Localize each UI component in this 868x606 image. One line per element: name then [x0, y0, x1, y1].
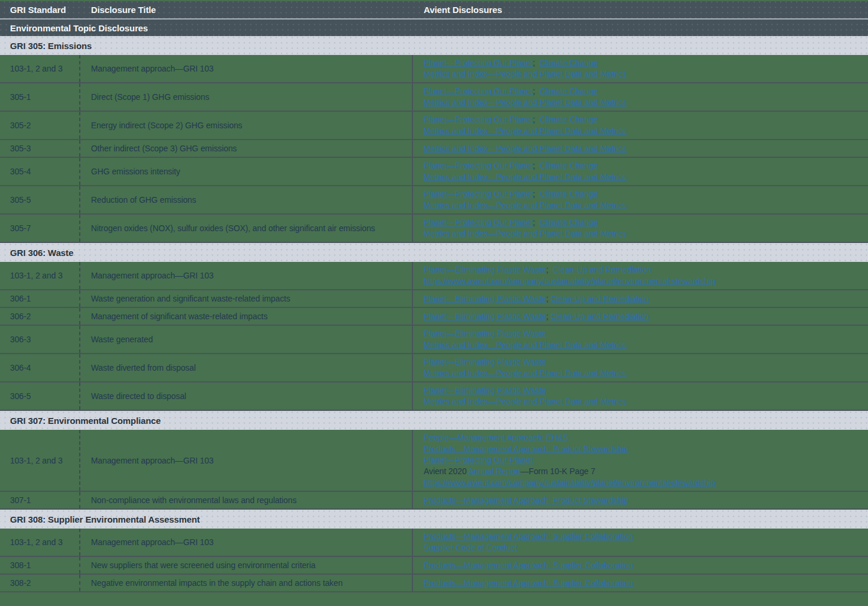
disclosure-link[interactable]: Planet—Protecting Our Planet	[424, 161, 533, 170]
disclosure-link[interactable]: Metrics and Index—People and Planet Data…	[424, 200, 626, 210]
disclosure-title-cell: Nitrogen oxides (NOX), sulfur oxides (SO…	[79, 215, 412, 242]
disclosure-link[interactable]: Climate Change	[539, 58, 598, 67]
disclosure-link[interactable]: Climate Change	[539, 189, 598, 199]
disclosure-line: Planet—Protecting Our Planet; Climate Ch…	[424, 160, 598, 171]
avient-disclosures-cell: Products—Management Approach: Supplier C…	[412, 575, 868, 591]
disclosure-link[interactable]: Climate Change	[539, 161, 598, 170]
disclosure-line: Planet—Protecting Our Planet; Climate Ch…	[424, 86, 598, 97]
disclosure-link[interactable]: Metrics and Index—People and Planet Data…	[424, 340, 626, 349]
disclosure-title-cell: Energy indirect (Scope 2) GHG emissions	[79, 112, 412, 139]
disclosure-link[interactable]: Products—Management Approach: Supplier C…	[424, 578, 633, 588]
link-separator-text: Avient 2020	[424, 466, 469, 476]
disclosure-link[interactable]: Metrics and Index—People and Planet Data…	[424, 172, 626, 182]
disclosure-line: Planet—Protecting Our Planet; Climate Ch…	[424, 57, 598, 69]
subsection-header: GRI 305: Emissions	[0, 36, 868, 55]
disclosure-title-cell: Waste diverted from disposal	[79, 354, 412, 381]
disclosure-line: Metrics and Index—People and Planet Data…	[424, 125, 626, 137]
disclosure-link[interactable]: Clean-Up and Remediation	[553, 265, 651, 274]
table-row: 305-1Direct (Scope 1) GHG emissionsPlane…	[0, 83, 868, 112]
gri-standard-cell: 103-1, 2 and 3	[0, 262, 79, 289]
disclosure-link[interactable]: Climate Change	[539, 115, 598, 124]
disclosure-link[interactable]: Planet—Eliminating Plastic Waste	[424, 312, 546, 321]
disclosure-link[interactable]: https://www.avient.com/company/sustainab…	[424, 276, 715, 286]
link-separator-text: ;	[546, 265, 552, 274]
table-row: 103-1, 2 and 3Management approach—GRI 10…	[0, 55, 868, 83]
disclosure-link[interactable]: Clean-Up and Remediation	[551, 312, 649, 321]
disclosure-link[interactable]: Planet—Eliminating Plastic Waste	[424, 294, 546, 303]
disclosure-link[interactable]: Planet—Protecting Our Planet	[424, 86, 533, 96]
disclosure-link[interactable]: Metrics and Index—People and Planet Data…	[424, 229, 626, 238]
disclosure-line: Avient 2020 Annual Report—Form 10-K Page…	[424, 466, 596, 477]
disclosure-link[interactable]: Planet—Eliminating Plastic Waste	[424, 265, 546, 274]
disclosure-link[interactable]: Metrics and Index—People and Planet Data…	[424, 144, 626, 153]
table-row: 305-5Reduction of GHG emissionsPlanet—Pr…	[0, 186, 868, 215]
disclosure-link[interactable]: Products—Management Approach: Product St…	[424, 495, 628, 505]
avient-disclosures-cell: Planet—Protecting Our Planet; Climate Ch…	[412, 186, 868, 213]
table-row: 305-4GHG emissions intensityPlanet—Prote…	[0, 158, 868, 186]
disclosure-link[interactable]: Metrics and Index—People and Planet Data…	[424, 368, 626, 378]
link-separator-text: ;	[533, 189, 539, 199]
disclosure-line: https://www.avient.com/company/sustainab…	[424, 477, 715, 488]
table-row: 103-1, 2 and 3Management approach—GRI 10…	[0, 430, 868, 492]
disclosure-link[interactable]: Planet—Eliminating Plastic Waste	[424, 357, 546, 367]
gri-standard-cell: 305-5	[0, 186, 79, 213]
disclosure-line: People—Management Approach: EH&S	[424, 432, 568, 443]
avient-disclosures-cell: Planet—Eliminating Plastic Waste; Clean-…	[412, 262, 868, 289]
disclosure-line: Planet—Eliminating Plastic Waste	[424, 385, 546, 396]
disclosure-link[interactable]: Planet—Eliminating Plastic Waste	[424, 329, 546, 338]
avient-disclosures-cell: People—Management Approach: EH&SProducts…	[412, 430, 868, 491]
avient-disclosures-cell: Products—Management Approach: Product St…	[412, 492, 868, 508]
link-separator-text: ;	[533, 115, 539, 124]
disclosure-link[interactable]: Products—Management Approach: Product St…	[424, 444, 628, 453]
disclosure-link[interactable]: Climate Change	[539, 86, 598, 96]
subsection-header: GRI 306: Waste	[0, 243, 868, 262]
disclosure-link[interactable]: Planet—Protecting Our Planet	[424, 115, 533, 124]
disclosure-link[interactable]: Planet—Protecting Our Planet	[424, 189, 533, 199]
disclosure-link[interactable]: Metrics and Index—People and Planet Data…	[424, 98, 626, 107]
disclosure-link[interactable]: Planet—Protecting Our Planet	[424, 455, 533, 465]
disclosure-link[interactable]: Metrics and Index—People and Planet Data…	[424, 126, 626, 135]
subsection-header: GRI 308: Supplier Environmental Assessme…	[0, 510, 868, 529]
disclosure-link[interactable]: Planet—Protecting Our Planet	[424, 58, 533, 67]
link-separator-text: ;	[533, 161, 539, 170]
disclosure-title-cell: Management of significant waste-related …	[79, 308, 412, 325]
disclosure-link[interactable]: Annual Report	[469, 466, 521, 476]
main-section-header: Environmental Topic Disclosures	[0, 20, 868, 36]
gri-standard-cell: 103-1, 2 and 3	[0, 529, 79, 556]
disclosure-title-cell: Management approach—GRI 103	[79, 262, 412, 289]
disclosure-line: Planet—Eliminating Plastic Waste; Clean-…	[424, 293, 649, 304]
disclosure-link[interactable]: https://www.avient.com/company/sustainab…	[424, 478, 715, 487]
disclosure-title-cell: Negative environmental impacts in the su…	[79, 575, 412, 591]
disclosure-link[interactable]: Products—Management Approach: Supplier C…	[424, 532, 633, 541]
column-header-disclosure-title: Disclosure Title	[79, 5, 412, 15]
disclosure-line: Planet—Protecting Our Planet; Climate Ch…	[424, 114, 598, 125]
disclosure-link[interactable]: People—Management Approach: EH&S	[424, 433, 568, 442]
table-row: 306-2Management of significant waste-rel…	[0, 308, 868, 326]
table-body: GRI 305: Emissions103-1, 2 and 3Manageme…	[0, 36, 868, 592]
disclosure-link[interactable]: Planet—Protecting Our Planet	[424, 218, 533, 227]
disclosure-line: Planet—Eliminating Plastic Waste	[424, 357, 546, 368]
disclosure-line: Planet—Eliminating Plastic Waste	[424, 328, 546, 339]
disclosure-link[interactable]: Metrics and Index—People and Planet Data…	[424, 69, 626, 79]
avient-disclosures-cell: Planet—Eliminating Plastic WasteMetrics …	[412, 354, 868, 381]
disclosure-line: Metrics and Index—People and Planet Data…	[424, 396, 626, 407]
table-row: 305-2Energy indirect (Scope 2) GHG emiss…	[0, 112, 868, 140]
avient-disclosures-cell: Planet—Protecting Our Planet; Climate Ch…	[412, 215, 868, 242]
disclosure-link[interactable]: Climate Change	[539, 218, 598, 227]
disclosure-link[interactable]: Supplier Code of Conduct	[424, 543, 517, 552]
column-header-gri-standard: GRI Standard	[0, 5, 79, 15]
disclosure-line: Planet—Eliminating Plastic Waste; Clean-…	[424, 264, 651, 276]
disclosure-link[interactable]: Planet—Eliminating Plastic Waste	[424, 385, 546, 395]
table-row: 305-3Other indirect (Scope 3) GHG emissi…	[0, 140, 868, 158]
disclosure-link[interactable]: Products—Management Approach: Supplier C…	[424, 560, 633, 570]
disclosure-title-cell: New suppliers that were screened using e…	[79, 557, 412, 573]
disclosure-line: Planet—Protecting Our Planet; Climate Ch…	[424, 217, 598, 228]
gri-standard-cell: 307-1	[0, 492, 79, 508]
table-row: 306-5Waste directed to disposalPlanet—El…	[0, 383, 868, 411]
disclosure-link[interactable]: Clean-Up and Remediation	[551, 294, 649, 303]
avient-disclosures-cell: Metrics and Index—People and Planet Data…	[412, 140, 868, 157]
gri-standard-cell: 103-1, 2 and 3	[0, 430, 79, 491]
disclosure-line: Planet—Protecting Our Planet	[424, 455, 533, 466]
disclosure-line: Metrics and Index—People and Planet Data…	[424, 97, 626, 108]
disclosure-link[interactable]: Metrics and Index—People and Planet Data…	[424, 397, 626, 406]
